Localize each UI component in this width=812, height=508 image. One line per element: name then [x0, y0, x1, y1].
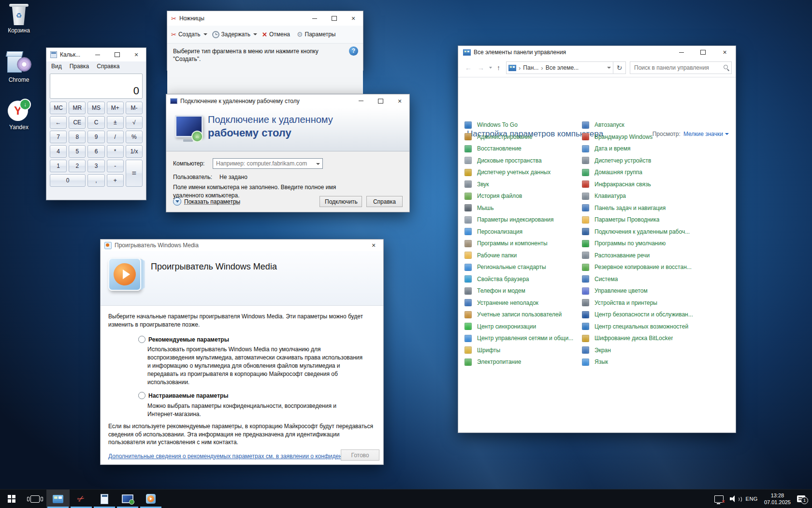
control-panel-item[interactable]: Панель задач и навигация: [582, 202, 727, 214]
taskbar-app-calculator[interactable]: [93, 490, 116, 508]
minimize-button[interactable]: [351, 94, 371, 107]
calc-button-3[interactable]: 3: [87, 160, 104, 172]
chevron-down-icon[interactable]: [316, 163, 320, 165]
custom-settings-option[interactable]: Настраиваемые параметры: [138, 392, 376, 400]
control-panel-item[interactable]: Параметры индексирования: [464, 214, 579, 226]
show-options-link[interactable]: Показать параметры: [184, 198, 240, 205]
control-panel-item[interactable]: Дисковые пространства: [464, 155, 579, 167]
calc-button-backspace[interactable]: ←: [50, 116, 67, 129]
maximize-button[interactable]: [692, 46, 714, 59]
calc-button-plus[interactable]: +: [107, 174, 124, 187]
minimize-button[interactable]: [305, 11, 324, 26]
control-panel-item[interactable]: Электропитание: [464, 356, 579, 368]
connect-button[interactable]: Подключить: [319, 196, 362, 207]
privacy-statement-link[interactable]: Дополнительные сведения о рекомендуемых …: [108, 452, 375, 461]
network-disconnected-icon[interactable]: ×: [714, 495, 724, 503]
control-panel-item[interactable]: Экран: [582, 344, 727, 357]
control-panel-item[interactable]: Учетные записи пользователей: [464, 309, 579, 321]
desktop-icon-recycle-bin[interactable]: ♻ Корзина: [0, 4, 38, 34]
maximize-button[interactable]: [371, 94, 390, 107]
control-panel-item[interactable]: Мышь: [464, 202, 579, 214]
taskbar-app-windows-media-player[interactable]: [139, 490, 162, 508]
radio-recommended[interactable]: [138, 336, 145, 343]
address-dropdown-icon[interactable]: [607, 67, 611, 69]
action-center-icon[interactable]: 1: [797, 495, 805, 502]
control-panel-item[interactable]: Центр специальных возможностей: [582, 321, 727, 333]
breadcrumb-root[interactable]: Пан...: [523, 64, 538, 71]
chevron-down-icon[interactable]: [203, 33, 207, 35]
control-panel-item[interactable]: Восстановление: [464, 143, 579, 155]
control-panel-item[interactable]: Подключения к удаленным рабоч...: [582, 226, 727, 238]
control-panel-item[interactable]: Диспетчер учетных данных: [464, 166, 579, 179]
recent-pages-chevron-icon[interactable]: [489, 67, 492, 69]
close-button[interactable]: ×: [714, 46, 736, 59]
remote-desktop-titlebar[interactable]: Подключение к удаленному рабочему столу …: [166, 94, 409, 107]
calc-button-4[interactable]: 4: [50, 145, 67, 158]
calc-button-9[interactable]: 9: [87, 131, 104, 143]
start-button[interactable]: [0, 490, 23, 508]
calc-button-8[interactable]: 8: [69, 131, 86, 143]
minimize-button[interactable]: [670, 46, 692, 59]
radio-custom[interactable]: [138, 392, 145, 399]
calc-button-c[interactable]: C: [87, 116, 104, 129]
finish-button[interactable]: Готово: [341, 449, 379, 461]
control-panel-item[interactable]: Рабочие папки: [464, 250, 579, 262]
control-panel-item[interactable]: Администрирование: [464, 131, 579, 143]
close-button[interactable]: ×: [364, 239, 383, 251]
control-panel-item[interactable]: Программы по умолчанию: [582, 238, 727, 250]
calc-button-7[interactable]: 7: [50, 131, 67, 143]
control-panel-item[interactable]: Управление цветом: [582, 285, 727, 297]
control-panel-item[interactable]: Распознавание речи: [582, 250, 727, 262]
help-button[interactable]: Справка: [366, 196, 403, 207]
control-panel-item[interactable]: Система: [582, 273, 727, 285]
calc-button-m-plus[interactable]: M+: [107, 102, 124, 114]
chevron-down-icon[interactable]: [253, 33, 257, 35]
calc-button-5[interactable]: 5: [69, 145, 86, 158]
cancel-button[interactable]: ✕ Отмена: [262, 31, 292, 38]
control-panel-item[interactable]: Центр синхронизации: [464, 321, 579, 333]
computer-input[interactable]: [215, 159, 314, 168]
control-panel-item[interactable]: Звук: [464, 179, 579, 191]
taskbar-clock[interactable]: 13:28 07.01.2025: [764, 492, 791, 506]
control-panel-item[interactable]: Региональные стандарты: [464, 261, 579, 273]
control-panel-item[interactable]: Шифрование диска BitLocker: [582, 332, 727, 344]
maximize-button[interactable]: [107, 48, 127, 61]
desktop-icon-yandex[interactable]: Y ↓ Yandex: [0, 100, 38, 131]
breadcrumb-current[interactable]: Все элеме...: [546, 64, 579, 71]
language-indicator[interactable]: ENG: [746, 496, 758, 502]
maximize-button[interactable]: [324, 11, 344, 26]
calc-button-m-minus[interactable]: M-: [126, 102, 143, 114]
calc-button-reciprocal[interactable]: 1/x: [126, 145, 143, 158]
task-view-button[interactable]: [23, 490, 46, 508]
calc-button-1[interactable]: 1: [50, 160, 67, 172]
control-panel-item[interactable]: Центр управления сетями и общи...: [464, 332, 579, 344]
control-panel-item[interactable]: Домашняя группа: [582, 166, 727, 179]
calc-button-0[interactable]: 0: [50, 174, 86, 187]
wmp-titlebar[interactable]: Проигрыватель Windows Media ×: [101, 239, 383, 251]
control-panel-item[interactable]: Параметры Проводника: [582, 214, 727, 226]
control-panel-item[interactable]: Свойства браузера: [464, 273, 579, 285]
control-panel-item[interactable]: Брандмауэр Windows: [582, 131, 727, 143]
control-panel-item[interactable]: Персонализация: [464, 226, 579, 238]
calc-button-ms[interactable]: MS: [87, 102, 104, 114]
control-panel-item[interactable]: Клавиатура: [582, 190, 727, 202]
forward-icon[interactable]: →: [478, 64, 484, 72]
control-panel-item[interactable]: Устройства и принтеры: [582, 297, 727, 309]
taskbar-app-remote-desktop[interactable]: [116, 490, 139, 508]
calc-button-2[interactable]: 2: [69, 160, 86, 172]
control-panel-item[interactable]: Устранение неполадок: [464, 297, 579, 309]
menu-edit[interactable]: Правка: [70, 63, 89, 70]
calc-button-mc[interactable]: MC: [50, 102, 67, 114]
control-panel-item[interactable]: Автозапуск: [582, 119, 727, 131]
delay-button[interactable]: Задержать: [212, 31, 257, 38]
search-box[interactable]: [630, 61, 732, 74]
control-panel-item[interactable]: Программы и компоненты: [464, 238, 579, 250]
control-panel-item[interactable]: Инфракрасная связь: [582, 179, 727, 191]
control-panel-item[interactable]: Центр безопасности и обслуживан...: [582, 309, 727, 321]
control-panel-item[interactable]: Шрифты: [464, 344, 579, 357]
up-icon[interactable]: ↑: [497, 64, 500, 72]
control-panel-item[interactable]: Язык: [582, 356, 727, 368]
search-input[interactable]: [633, 63, 717, 73]
help-icon[interactable]: ?: [349, 46, 358, 56]
calc-button-sqrt[interactable]: √: [126, 116, 143, 129]
